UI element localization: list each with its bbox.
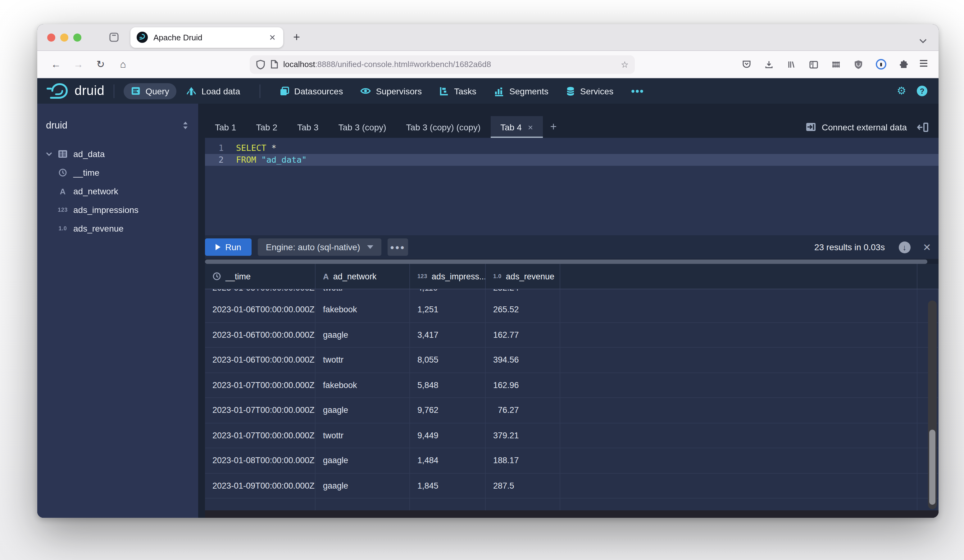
vertical-scrollbar-track[interactable] — [928, 300, 937, 509]
tab-list-chevron-icon[interactable] — [918, 35, 927, 46]
download-results-icon[interactable]: ↓ — [899, 241, 910, 253]
cell-ads-revenue[interactable]: 76.27 — [486, 398, 560, 422]
browser-tab[interactable]: Apache Druid ✕ — [130, 27, 283, 47]
containers-icon[interactable] — [831, 59, 841, 69]
cell-ad-network[interactable]: twottr — [316, 348, 410, 372]
cell-ads-revenue[interactable]: 287.5 — [486, 473, 560, 498]
close-window-button[interactable] — [47, 33, 55, 41]
cell-time[interactable]: 2023-01-09T00:00:00.000Z — [205, 473, 316, 498]
collapse-panel-icon[interactable] — [917, 116, 928, 138]
settings-gear-icon[interactable]: ⚙ — [897, 84, 907, 97]
nav-item-services[interactable]: Services — [559, 83, 621, 99]
shield-icon[interactable] — [256, 59, 265, 69]
cell-ads-impress[interactable]: 4,110 — [410, 289, 486, 297]
column-header-ads-revenue[interactable]: 1.0ads_revenue — [486, 264, 560, 289]
nav-item-more[interactable] — [623, 86, 651, 96]
close-tab-icon[interactable]: × — [528, 122, 533, 132]
cell-ads-revenue[interactable]: 188.17 — [486, 448, 560, 473]
cell-ads-revenue[interactable]: 394.56 — [486, 348, 560, 372]
nav-item-tasks[interactable]: Tasks — [432, 83, 484, 99]
ublock-icon[interactable] — [853, 59, 863, 69]
nav-item-query[interactable]: Query — [124, 83, 176, 99]
cell-ad-network[interactable]: gaagle — [316, 448, 410, 473]
reload-icon[interactable]: ↻ — [90, 58, 112, 70]
forward-icon[interactable]: → — [67, 58, 90, 70]
close-tab-icon[interactable]: ✕ — [268, 32, 277, 42]
cell-ads-impress[interactable]: 1,251 — [410, 297, 486, 322]
panel-splitter[interactable] — [205, 259, 938, 264]
back-icon[interactable]: ← — [45, 58, 67, 70]
more-options-button[interactable]: ●●● — [388, 239, 408, 256]
cell-ads-impress[interactable]: 9,449 — [410, 423, 486, 448]
onepassword-icon[interactable] — [876, 59, 886, 70]
schema-table-ad-data[interactable]: ad_data — [46, 144, 198, 163]
schema-column-ads-impressions[interactable]: 123ads_impressions — [46, 201, 198, 219]
nav-item-segments[interactable]: Segments — [486, 83, 556, 99]
cell-ads-revenue[interactable]: 379.21 — [486, 423, 560, 448]
cell-ads-impress[interactable]: 9,762 — [410, 398, 486, 422]
query-tab-tab-3[interactable]: Tab 3 — [287, 116, 329, 138]
cell-ads-impress[interactable]: 5,848 — [410, 373, 486, 397]
add-tab-icon[interactable]: + — [543, 116, 564, 138]
cell-time[interactable]: 2023-01-06T00:00:00.000Z — [205, 348, 316, 372]
chevron-down-icon[interactable] — [46, 152, 57, 156]
cell-ads-revenue[interactable]: 162.96 — [486, 373, 560, 397]
schema-column-ads-revenue[interactable]: 1.0ads_revenue — [46, 219, 198, 238]
extensions-icon[interactable] — [899, 59, 909, 69]
query-tab-tab-3-copy[interactable]: Tab 3 (copy) — [329, 116, 396, 138]
cell-ad-network[interactable]: twottr — [316, 423, 410, 448]
query-tab-tab-4[interactable]: Tab 4× — [490, 116, 543, 138]
schema-column-ad-network[interactable]: Aad_network — [46, 182, 198, 201]
run-button[interactable]: Run — [205, 239, 252, 256]
cell-time[interactable]: 2023-01-08T00:00:00.000Z — [205, 448, 316, 473]
downloads-icon[interactable] — [764, 59, 774, 69]
library-icon[interactable] — [787, 59, 796, 69]
connect-external-data-button[interactable]: Connect external data — [806, 116, 907, 138]
page-icon[interactable] — [270, 60, 278, 69]
cell-time[interactable]: 2023-01-07T00:00:00.000Z — [205, 398, 316, 422]
cell-ads-impress[interactable]: 3,417 — [410, 323, 486, 347]
tab-overview-icon[interactable] — [109, 32, 119, 42]
cell-ads-revenue[interactable]: 265.52 — [486, 297, 560, 322]
cell-ads-impress[interactable]: 1,484 — [410, 448, 486, 473]
minimize-window-button[interactable] — [60, 33, 68, 41]
url-bar[interactable]: localhost:8888/unified-console.html#work… — [250, 55, 635, 73]
cell-ads-revenue[interactable]: 252.24 — [486, 289, 560, 297]
close-results-icon[interactable]: ✕ — [923, 241, 931, 253]
engine-select[interactable]: Engine: auto (sql-native) — [258, 239, 381, 256]
sort-icon[interactable] — [182, 121, 188, 130]
nav-item-datasources[interactable]: Datasources — [272, 83, 350, 99]
sql-editor[interactable]: 1SELECT *2FROM "ad_data" — [205, 138, 938, 235]
horizontal-scrollbar-track[interactable] — [205, 510, 938, 518]
bookmark-star-icon[interactable]: ☆ — [621, 59, 629, 69]
column-header-ads-impress[interactable]: 123ads_impress... — [410, 264, 486, 289]
cell-ad-network[interactable]: fakebook — [316, 297, 410, 322]
home-icon[interactable]: ⌂ — [112, 58, 134, 70]
url-text[interactable]: localhost:8888/unified-console.html#work… — [283, 60, 491, 69]
vertical-scrollbar-thumb[interactable] — [929, 430, 935, 505]
cell-ad-network[interactable]: gaagle — [316, 323, 410, 347]
column-header-time[interactable]: __time — [205, 264, 316, 289]
query-tab-tab-3-copy-copy[interactable]: Tab 3 (copy) (copy) — [396, 116, 491, 138]
cell-ad-network[interactable]: fakebook — [316, 373, 410, 397]
new-tab-button[interactable]: + — [293, 31, 300, 44]
cell-ad-network[interactable]: twottr — [316, 289, 410, 297]
cell-time[interactable]: 2023-01-06T00:00:00.000Z — [205, 297, 316, 322]
help-icon[interactable]: ? — [917, 86, 927, 96]
pocket-icon[interactable] — [742, 60, 752, 69]
schema-column-time[interactable]: __time — [46, 163, 198, 182]
cell-time[interactable]: 2023-01-07T00:00:00.000Z — [205, 373, 316, 397]
cell-ad-network[interactable]: gaagle — [316, 473, 410, 498]
cell-ad-network[interactable]: gaagle — [316, 398, 410, 422]
cell-time[interactable]: 2023-01-05T00:00:00.000Z — [205, 289, 316, 297]
cell-ads-revenue[interactable]: 162.77 — [486, 323, 560, 347]
query-tab-tab-1[interactable]: Tab 1 — [205, 116, 246, 138]
menu-icon[interactable] — [916, 58, 931, 70]
zoom-window-button[interactable] — [73, 33, 81, 41]
cell-ads-impress[interactable]: 1,845 — [410, 473, 486, 498]
nav-item-supervisors[interactable]: Supervisors — [353, 83, 429, 99]
cell-time[interactable]: 2023-01-07T00:00:00.000Z — [205, 423, 316, 448]
cell-ads-impress[interactable]: 8,055 — [410, 348, 486, 372]
query-tab-tab-2[interactable]: Tab 2 — [246, 116, 288, 138]
sidebar-panel-icon[interactable] — [809, 59, 819, 69]
